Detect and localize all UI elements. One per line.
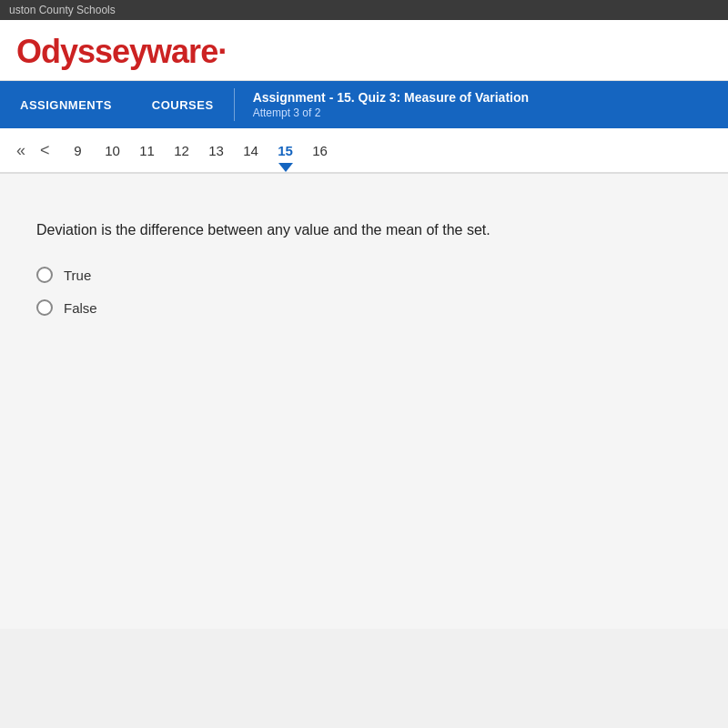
prev-page-button[interactable]: < xyxy=(33,128,57,172)
pagination-bar: « < 910111213141516 xyxy=(0,128,728,174)
page-number-16[interactable]: 16 xyxy=(303,128,338,172)
nav-bar: ASSIGNMENTS COURSES Assignment - 15. Qui… xyxy=(0,81,728,128)
page-number-14[interactable]: 14 xyxy=(234,128,268,172)
page-number-13[interactable]: 13 xyxy=(199,128,234,172)
nav-assignment-info: Assignment - 15. Quiz 3: Measure of Vari… xyxy=(235,81,547,128)
page-number-9[interactable]: 9 xyxy=(61,128,96,172)
browser-tab-title: uston County Schools xyxy=(9,4,116,16)
attempt-label: Attempt 3 of 2 xyxy=(253,106,529,119)
page-numbers: 910111213141516 xyxy=(61,128,338,172)
page-number-11[interactable]: 11 xyxy=(130,128,165,172)
page-number-12[interactable]: 12 xyxy=(165,128,199,172)
option-false[interactable]: False xyxy=(36,299,692,316)
first-page-button[interactable]: « xyxy=(9,128,33,172)
option-true-label: True xyxy=(64,268,91,283)
logo-bar: Odysseyware· xyxy=(0,20,728,81)
app-logo: Odysseyware· xyxy=(16,33,226,70)
option-true[interactable]: True xyxy=(36,267,692,283)
page-number-15[interactable]: 15 xyxy=(268,128,303,172)
nav-assignments[interactable]: ASSIGNMENTS xyxy=(0,81,132,128)
nav-courses[interactable]: COURSES xyxy=(132,81,234,128)
content-area: Deviation is the difference between any … xyxy=(0,174,728,629)
page-number-10[interactable]: 10 xyxy=(96,128,130,172)
radio-true[interactable] xyxy=(36,267,53,283)
radio-false[interactable] xyxy=(36,299,53,316)
browser-bar: uston County Schools xyxy=(0,0,728,20)
assignment-title: Assignment - 15. Quiz 3: Measure of Vari… xyxy=(253,90,529,105)
option-false-label: False xyxy=(64,300,97,316)
question-text: Deviation is the difference between any … xyxy=(36,219,692,241)
